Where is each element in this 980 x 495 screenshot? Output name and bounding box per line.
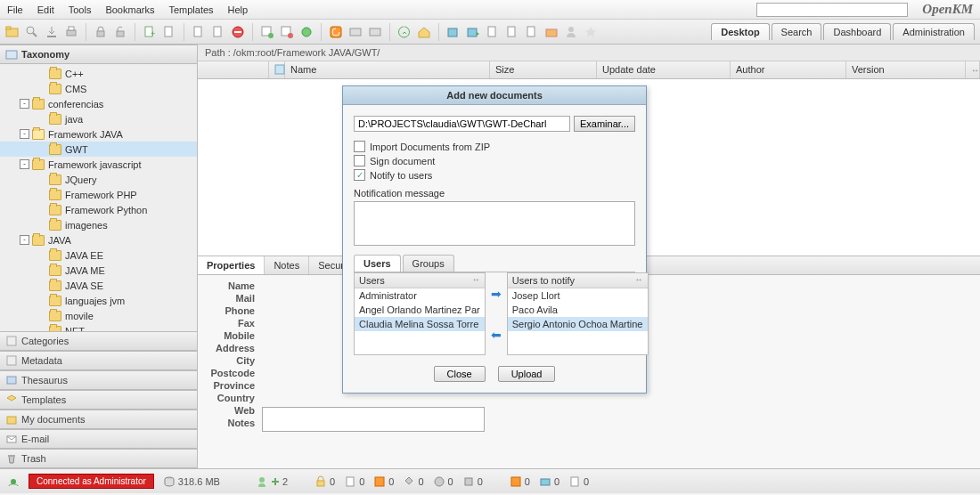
tab-desktop[interactable]: Desktop (711, 23, 769, 40)
checkin-icon[interactable] (192, 25, 206, 39)
col-resize[interactable]: ↔ (966, 61, 980, 78)
col-author[interactable]: Author (731, 61, 846, 78)
taxonomy-tree[interactable]: C++CMS-conferenciasjava-Framework JAVAGW… (0, 64, 197, 331)
tree-node[interactable]: JAVA ME (0, 263, 197, 278)
refresh-icon[interactable] (329, 25, 343, 39)
panel-mydocs[interactable]: My documents (0, 410, 197, 429)
user-row[interactable]: Claudia Melina Sossa Torre (355, 317, 485, 331)
notify-row[interactable]: Josep Llort (508, 288, 648, 303)
tab-dashboard[interactable]: Dashboard (823, 23, 891, 40)
tree-node[interactable]: CMS (0, 81, 197, 96)
tree-node[interactable]: -JAVA (0, 232, 197, 248)
panel-taxonomy[interactable]: Taxonomy (0, 45, 197, 64)
col-icon[interactable] (198, 61, 269, 78)
file-path-input[interactable] (354, 116, 570, 132)
tree-node[interactable]: C++ (0, 66, 197, 81)
properties-remove-icon[interactable] (280, 25, 294, 39)
dtab-notes[interactable]: Notes (265, 256, 309, 274)
expander-icon[interactable]: - (20, 159, 29, 169)
tree-node[interactable]: -conferencias (0, 96, 197, 111)
users-list-body[interactable]: AdministratorAngel Orlando Martinez ParC… (355, 288, 485, 354)
opt-sign-row[interactable]: Sign document (354, 155, 635, 166)
col-select[interactable] (269, 61, 285, 78)
col-update[interactable]: Update date (597, 61, 731, 78)
add-document-icon[interactable]: + (143, 25, 157, 39)
panel-trash[interactable]: Trash (0, 449, 197, 468)
notify-row[interactable]: Sergio Antonio Ochoa Martine (508, 317, 648, 331)
expander-icon[interactable]: - (20, 99, 29, 109)
dtab-properties[interactable]: Properties (198, 256, 265, 274)
home-icon[interactable] (417, 25, 431, 39)
tree-node[interactable]: JAVA SE (0, 278, 197, 293)
upload-button[interactable]: Upload (498, 366, 556, 382)
properties-add-icon[interactable] (260, 25, 274, 39)
arrow-add[interactable]: ➡ (489, 287, 503, 301)
delete-icon[interactable] (231, 25, 245, 39)
panel-thesaurus[interactable]: Thesaurus (0, 370, 197, 390)
export-icon[interactable] (446, 25, 461, 39)
lock-icon[interactable] (94, 25, 108, 39)
tree-node[interactable]: movile (0, 308, 197, 323)
user-icon[interactable] (564, 25, 578, 39)
menu-file[interactable]: File (7, 4, 23, 15)
print-icon[interactable] (64, 25, 78, 39)
col-size[interactable]: Size (490, 61, 597, 78)
tab-search[interactable]: Search (772, 23, 822, 40)
user-row[interactable]: Angel Orlando Martinez Par (355, 303, 485, 317)
opt-zip-checkbox[interactable] (354, 141, 365, 152)
opt-zip-row[interactable]: Import Documents from ZIP (354, 141, 635, 152)
col-name[interactable]: Name (285, 61, 490, 78)
doc2-icon[interactable] (525, 25, 539, 39)
user-row[interactable]: Administrator (355, 288, 485, 303)
new-folder-icon[interactable] (5, 25, 20, 39)
panel-metadata[interactable]: Metadata (0, 351, 197, 370)
workflow-icon[interactable] (299, 25, 314, 39)
quick-search-input[interactable] (756, 3, 908, 17)
opt-sign-checkbox[interactable] (354, 155, 365, 166)
unlock-icon[interactable] (113, 25, 127, 39)
checkout-icon[interactable] (162, 25, 176, 39)
tree-node[interactable]: JAVA EE (0, 248, 197, 263)
tree-node[interactable]: NET (0, 323, 197, 331)
import-icon[interactable] (466, 25, 480, 39)
close-button[interactable]: Close (434, 366, 486, 382)
utab-users[interactable]: Users (354, 255, 401, 272)
panel-email[interactable]: E-mail (0, 429, 197, 449)
menu-templates[interactable]: Templates (168, 4, 213, 15)
tree-node[interactable]: java (0, 111, 197, 126)
menu-edit[interactable]: Edit (37, 4, 54, 15)
tab-administration[interactable]: Administration (893, 23, 975, 40)
utab-groups[interactable]: Groups (403, 255, 454, 272)
tree-node[interactable]: Framework PHP (0, 187, 197, 202)
users-resize[interactable]: ↔ (472, 275, 480, 286)
notification-msg-textarea[interactable] (354, 201, 635, 246)
tree-node[interactable]: -Framework JAVA (0, 126, 197, 142)
menu-bookmarks[interactable]: Bookmarks (105, 4, 154, 15)
cancel-checkout-icon[interactable] (211, 25, 225, 39)
tree-node[interactable]: GWT (0, 142, 197, 157)
menu-help[interactable]: Help (228, 4, 249, 15)
expander-icon[interactable]: - (20, 129, 29, 139)
browse-button[interactable]: Examinar... (574, 116, 635, 132)
notify-resize[interactable]: ↔ (635, 275, 643, 286)
notes-textarea[interactable] (262, 407, 485, 432)
star-icon[interactable] (584, 25, 598, 39)
opt-notify-checkbox[interactable]: ✓ (354, 169, 365, 181)
tree-node[interactable]: Framework Python (0, 202, 197, 217)
tree-node[interactable]: JQuery (0, 172, 197, 187)
bookmark-home-icon[interactable] (397, 25, 412, 39)
notify-row[interactable]: Paco Avila (508, 303, 648, 317)
doc1-icon[interactable] (505, 25, 519, 39)
omr-icon[interactable] (486, 25, 500, 39)
col-version[interactable]: Version (846, 61, 966, 78)
scanner-icon[interactable] (348, 25, 363, 39)
menu-tools[interactable]: Tools (69, 4, 92, 15)
notify-list-body[interactable]: Josep LlortPaco AvilaSergio Antonio Ocho… (508, 288, 648, 354)
arrow-remove[interactable]: ⬅ (489, 328, 503, 342)
expander-icon[interactable]: - (20, 235, 29, 245)
opt-notify-row[interactable]: ✓Notify to users (354, 169, 635, 181)
panel-categories[interactable]: Categories (0, 331, 197, 351)
uploader-icon[interactable] (368, 25, 382, 39)
download-icon[interactable] (45, 25, 59, 39)
find-folder-icon[interactable] (25, 25, 39, 39)
